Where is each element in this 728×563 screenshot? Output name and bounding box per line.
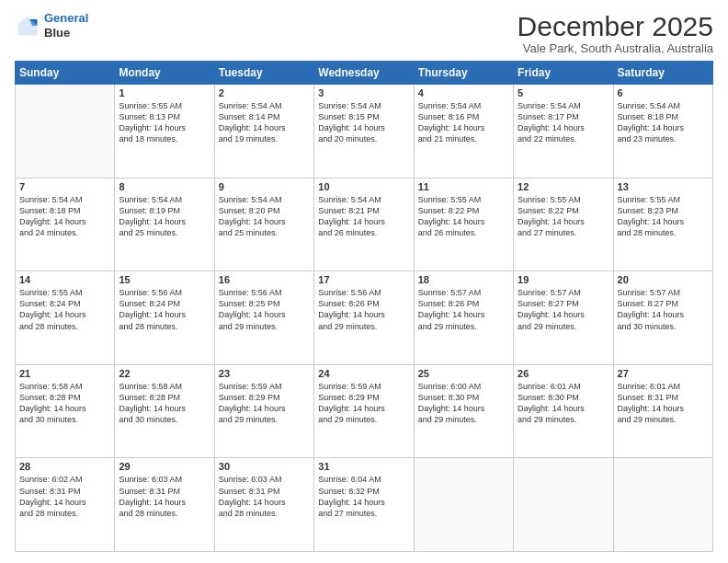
calendar-cell: 2Sunrise: 5:54 AM Sunset: 8:14 PM Daylig… — [214, 85, 313, 178]
calendar-cell: 31Sunrise: 6:04 AM Sunset: 8:32 PM Dayli… — [314, 458, 414, 552]
day-number: 6 — [618, 87, 709, 98]
location: Vale Park, South Australia, Australia — [518, 41, 713, 55]
logo-text: General Blue — [44, 11, 88, 40]
calendar-cell: 6Sunrise: 5:54 AM Sunset: 8:18 PM Daylig… — [613, 85, 712, 178]
day-number: 25 — [418, 368, 509, 379]
day-number: 22 — [119, 368, 210, 379]
calendar-cell — [613, 458, 712, 552]
calendar-cell: 24Sunrise: 5:59 AM Sunset: 8:29 PM Dayli… — [314, 364, 414, 458]
calendar-header-row: SundayMondayTuesdayWednesdayThursdayFrid… — [16, 62, 713, 85]
day-info: Sunrise: 5:55 AM Sunset: 8:22 PM Dayligh… — [418, 194, 509, 239]
day-number: 23 — [219, 368, 310, 379]
calendar-week-row: 7Sunrise: 5:54 AM Sunset: 8:18 PM Daylig… — [16, 178, 713, 271]
day-number: 9 — [219, 181, 310, 192]
day-number: 13 — [618, 181, 709, 192]
day-info: Sunrise: 5:58 AM Sunset: 8:28 PM Dayligh… — [119, 381, 210, 426]
day-info: Sunrise: 5:57 AM Sunset: 8:27 PM Dayligh… — [618, 287, 709, 332]
day-info: Sunrise: 5:58 AM Sunset: 8:28 PM Dayligh… — [19, 381, 110, 426]
day-info: Sunrise: 5:59 AM Sunset: 8:29 PM Dayligh… — [318, 381, 409, 426]
day-info: Sunrise: 5:56 AM Sunset: 8:26 PM Dayligh… — [318, 287, 409, 332]
day-number: 12 — [518, 181, 609, 192]
day-info: Sunrise: 6:04 AM Sunset: 8:32 PM Dayligh… — [318, 474, 409, 519]
calendar-week-row: 21Sunrise: 5:58 AM Sunset: 8:28 PM Dayli… — [16, 364, 713, 458]
day-number: 3 — [318, 87, 409, 98]
day-number: 1 — [119, 87, 210, 98]
day-info: Sunrise: 5:54 AM Sunset: 8:14 PM Dayligh… — [219, 100, 310, 145]
day-number: 11 — [418, 181, 509, 192]
day-number: 7 — [19, 181, 110, 192]
calendar-week-row: 28Sunrise: 6:02 AM Sunset: 8:31 PM Dayli… — [16, 458, 713, 552]
page: General Blue December 2025 Vale Park, So… — [0, 0, 728, 563]
day-info: Sunrise: 6:03 AM Sunset: 8:31 PM Dayligh… — [219, 474, 310, 519]
calendar-cell — [414, 458, 513, 552]
day-info: Sunrise: 5:54 AM Sunset: 8:20 PM Dayligh… — [219, 194, 310, 239]
day-info: Sunrise: 5:54 AM Sunset: 8:15 PM Dayligh… — [318, 100, 409, 145]
calendar-day-header: Thursday — [414, 62, 513, 85]
calendar-cell: 30Sunrise: 6:03 AM Sunset: 8:31 PM Dayli… — [214, 458, 313, 552]
calendar-cell: 11Sunrise: 5:55 AM Sunset: 8:22 PM Dayli… — [414, 178, 513, 271]
day-number: 2 — [219, 87, 310, 98]
day-number: 10 — [318, 181, 409, 192]
day-info: Sunrise: 5:57 AM Sunset: 8:26 PM Dayligh… — [418, 287, 509, 332]
day-info: Sunrise: 6:00 AM Sunset: 8:30 PM Dayligh… — [418, 381, 509, 426]
day-number: 24 — [318, 368, 409, 379]
day-number: 19 — [518, 274, 609, 285]
day-number: 27 — [618, 368, 709, 379]
logo-line2: Blue — [44, 26, 88, 40]
calendar-cell: 27Sunrise: 6:01 AM Sunset: 8:31 PM Dayli… — [613, 364, 712, 458]
calendar-cell: 10Sunrise: 5:54 AM Sunset: 8:21 PM Dayli… — [314, 178, 414, 271]
calendar-day-header: Friday — [514, 62, 613, 85]
calendar-cell: 9Sunrise: 5:54 AM Sunset: 8:20 PM Daylig… — [214, 178, 313, 271]
day-info: Sunrise: 5:59 AM Sunset: 8:29 PM Dayligh… — [219, 381, 310, 426]
day-info: Sunrise: 6:02 AM Sunset: 8:31 PM Dayligh… — [19, 474, 110, 519]
day-number: 20 — [618, 274, 709, 285]
calendar-cell: 4Sunrise: 5:54 AM Sunset: 8:16 PM Daylig… — [414, 85, 513, 178]
day-number: 31 — [318, 461, 409, 472]
day-number: 30 — [219, 461, 310, 472]
day-info: Sunrise: 6:03 AM Sunset: 8:31 PM Dayligh… — [119, 474, 210, 519]
calendar-cell: 8Sunrise: 5:54 AM Sunset: 8:19 PM Daylig… — [115, 178, 214, 271]
calendar-cell: 18Sunrise: 5:57 AM Sunset: 8:26 PM Dayli… — [414, 271, 513, 365]
day-number: 17 — [318, 274, 409, 285]
title-block: December 2025 Vale Park, South Australia… — [518, 11, 713, 55]
day-info: Sunrise: 5:57 AM Sunset: 8:27 PM Dayligh… — [518, 287, 609, 332]
calendar-cell: 17Sunrise: 5:56 AM Sunset: 8:26 PM Dayli… — [314, 271, 414, 365]
calendar-cell: 26Sunrise: 6:01 AM Sunset: 8:30 PM Dayli… — [514, 364, 613, 458]
calendar-week-row: 1Sunrise: 5:55 AM Sunset: 8:13 PM Daylig… — [16, 85, 713, 178]
day-number: 28 — [19, 461, 110, 472]
calendar-cell: 29Sunrise: 6:03 AM Sunset: 8:31 PM Dayli… — [115, 458, 214, 552]
day-info: Sunrise: 5:54 AM Sunset: 8:16 PM Dayligh… — [418, 100, 509, 145]
day-number: 15 — [119, 274, 210, 285]
calendar-table: SundayMondayTuesdayWednesdayThursdayFrid… — [15, 61, 713, 552]
calendar-day-header: Monday — [115, 62, 214, 85]
day-number: 21 — [19, 368, 110, 379]
day-number: 16 — [219, 274, 310, 285]
logo: General Blue — [15, 11, 88, 40]
calendar-cell: 19Sunrise: 5:57 AM Sunset: 8:27 PM Dayli… — [514, 271, 613, 365]
day-number: 5 — [518, 87, 609, 98]
day-number: 14 — [19, 274, 110, 285]
calendar-cell: 1Sunrise: 5:55 AM Sunset: 8:13 PM Daylig… — [115, 85, 214, 178]
day-info: Sunrise: 5:56 AM Sunset: 8:25 PM Dayligh… — [219, 287, 310, 332]
calendar-cell: 20Sunrise: 5:57 AM Sunset: 8:27 PM Dayli… — [613, 271, 712, 365]
calendar-cell — [514, 458, 613, 552]
calendar-day-header: Saturday — [613, 62, 712, 85]
day-info: Sunrise: 6:01 AM Sunset: 8:30 PM Dayligh… — [518, 381, 609, 426]
calendar-cell: 7Sunrise: 5:54 AM Sunset: 8:18 PM Daylig… — [16, 178, 115, 271]
calendar-cell: 23Sunrise: 5:59 AM Sunset: 8:29 PM Dayli… — [214, 364, 313, 458]
day-info: Sunrise: 5:56 AM Sunset: 8:24 PM Dayligh… — [119, 287, 210, 332]
day-number: 29 — [119, 461, 210, 472]
calendar-cell: 28Sunrise: 6:02 AM Sunset: 8:31 PM Dayli… — [16, 458, 115, 552]
day-info: Sunrise: 5:54 AM Sunset: 8:21 PM Dayligh… — [318, 194, 409, 239]
day-number: 18 — [418, 274, 509, 285]
day-info: Sunrise: 6:01 AM Sunset: 8:31 PM Dayligh… — [618, 381, 709, 426]
calendar-cell: 22Sunrise: 5:58 AM Sunset: 8:28 PM Dayli… — [115, 364, 214, 458]
calendar-cell: 15Sunrise: 5:56 AM Sunset: 8:24 PM Dayli… — [115, 271, 214, 365]
day-info: Sunrise: 5:55 AM Sunset: 8:22 PM Dayligh… — [518, 194, 609, 239]
calendar-cell: 13Sunrise: 5:55 AM Sunset: 8:23 PM Dayli… — [613, 178, 712, 271]
day-info: Sunrise: 5:55 AM Sunset: 8:13 PM Dayligh… — [119, 100, 210, 145]
logo-line1: General — [44, 11, 88, 25]
day-info: Sunrise: 5:54 AM Sunset: 8:18 PM Dayligh… — [19, 194, 110, 239]
calendar-cell — [16, 85, 115, 178]
header: General Blue December 2025 Vale Park, So… — [15, 11, 713, 55]
